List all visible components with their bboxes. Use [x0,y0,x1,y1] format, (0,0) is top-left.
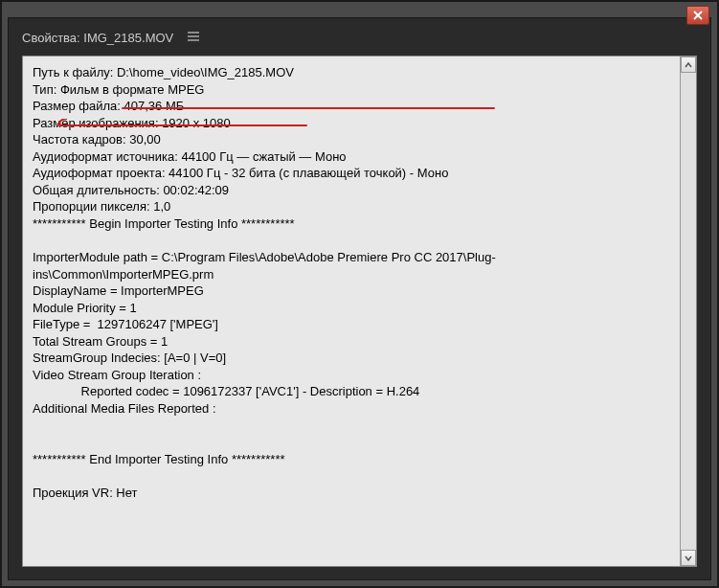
close-icon [692,10,704,21]
outer-window-frame: Свойства: IMG_2185.MOV Путь к файлу: D:\… [0,0,719,588]
panel-menu-button[interactable] [187,30,200,46]
vertical-scrollbar[interactable] [680,57,696,566]
annotation-curve [57,119,67,126]
properties-panel: Свойства: IMG_2185.MOV Путь к файлу: D:\… [8,17,711,580]
chevron-up-icon [685,61,692,69]
close-button[interactable] [686,6,709,25]
scroll-up-button[interactable] [681,57,696,73]
scroll-down-button[interactable] [681,550,696,566]
annotation-underline-filesize [122,107,495,109]
hamburger-menu-icon [187,30,200,43]
properties-content-panel: Путь к файлу: D:\home_video\IMG_2185.MOV… [22,56,697,567]
panel-title: Свойства: IMG_2185.MOV [22,31,173,45]
chevron-down-icon [685,554,692,562]
properties-text: Путь к файлу: D:\home_video\IMG_2185.MOV… [23,57,680,566]
panel-header: Свойства: IMG_2185.MOV [22,30,697,46]
annotation-underline-imagesize [58,124,307,126]
